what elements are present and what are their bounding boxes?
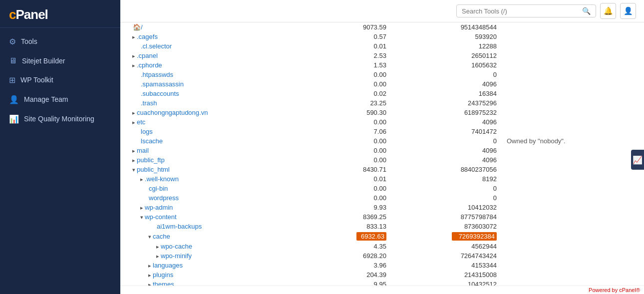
file-bytes-cell: 16384 [390,89,501,98]
file-name-cell: lscache [120,136,311,146]
file-link[interactable]: languages [153,262,183,269]
file-bytes-cell: 4562944 [390,242,501,251]
file-link[interactable]: wp-admin [145,204,173,211]
sidebar-item-wp-toolkit[interactable]: ⊞ WP Toolkit [0,70,120,90]
toggle-closed[interactable] [156,253,159,260]
file-bytes-cell: 0 [390,184,501,193]
file-link[interactable]: cuachongngaptudong.vn [137,109,208,116]
file-size-cell: 6928.20 [311,251,390,261]
table-row: languages3.964153344 [120,261,644,270]
search-box[interactable]: 🔍 [456,4,596,17]
notifications-button[interactable]: 🔔 [600,3,616,19]
file-note-cell [501,70,644,79]
file-link[interactable]: .well-known [145,175,179,183]
highlight-size: 6932.63 [356,232,386,241]
file-link[interactable]: wpo-minify [161,252,192,260]
file-note-cell [501,98,644,108]
file-bytes-cell: 4096 [390,117,501,127]
file-bytes-cell: 2650112 [390,51,501,60]
sidebar-item-sitejet-label: Sitejet Builder [22,57,65,65]
file-note-cell [501,184,644,193]
file-link[interactable]: .subaccounts [141,90,179,97]
file-bytes-cell: 8192 [390,174,501,184]
file-link[interactable]: public_html [137,166,170,173]
user-button[interactable]: 👤 [620,3,636,19]
table-row: wp-admin9.9310412032 [120,203,644,212]
toggle-closed[interactable] [140,176,143,183]
file-link[interactable]: etc [137,118,145,126]
file-link[interactable]: plugins [153,271,173,279]
sidebar-item-sitejet[interactable]: 🖥 Sitejet Builder [0,51,120,70]
file-link[interactable]: .cagefs [137,33,158,40]
file-note-cell [501,89,644,98]
toggle-closed[interactable] [132,157,135,164]
file-bytes-cell: 8775798784 [390,212,501,222]
file-name-cell: etc [120,117,311,127]
toggle-open[interactable] [132,167,135,173]
file-name-cell: public_html [120,165,311,174]
sidebar-item-site-quality[interactable]: 📊 Site Quality Monitoring [0,109,120,129]
file-link[interactable]: public_ftp [137,156,165,164]
file-bytes-cell: 1605632 [390,60,501,70]
file-bytes-cell: 4096 [390,155,501,165]
file-link[interactable]: cache [153,233,170,240]
file-size-cell: 833.13 [311,222,390,231]
file-link[interactable]: 🏠/ [133,23,143,31]
file-name-cell: .cagefs [120,32,311,41]
topbar: 🔍 🔔 👤 [120,0,644,22]
toggle-closed[interactable] [156,244,159,250]
file-link[interactable]: mail [137,147,149,154]
wp-toolkit-icon: ⊞ [9,75,15,85]
sidebar-item-tools[interactable]: ⚙ Tools [0,32,120,51]
file-name-cell: plugins [120,270,311,280]
file-link[interactable]: wp-content [145,213,177,221]
toggle-closed[interactable] [132,119,135,126]
toggle-closed[interactable] [132,53,135,59]
file-link[interactable]: .trash [141,99,157,107]
table-row: .cagefs0.57593920 [120,32,644,41]
toggle-closed[interactable] [132,62,135,69]
file-bytes-cell: 618975232 [390,108,501,117]
file-name-cell: cuachongngaptudong.vn [120,108,311,117]
toggle-closed[interactable] [148,263,151,269]
file-size-cell: 0.00 [311,155,390,165]
file-link[interactable]: cgi-bin [149,185,168,192]
toggle-closed[interactable] [132,34,135,40]
right-edge-button[interactable]: 📈 [631,150,644,170]
file-bytes-cell: 4096 [390,146,501,155]
file-link[interactable]: ai1wm-backups [157,223,202,230]
toggle-closed[interactable] [132,148,135,154]
file-name-cell: wp-admin [120,203,311,212]
file-link[interactable]: wordpress [149,194,179,202]
search-input[interactable] [462,7,579,15]
toggle-closed[interactable] [132,110,135,116]
file-link[interactable]: lscache [141,137,163,145]
file-link[interactable]: .cl.selector [141,42,172,50]
file-note-cell [501,261,644,270]
file-link[interactable]: logs [141,128,153,135]
table-row: lscache0.000Owned by "nobody". [120,136,644,146]
file-size-cell: 8369.25 [311,212,390,222]
toggle-open[interactable] [148,234,151,240]
sitejet-icon: 🖥 [9,56,17,65]
file-link[interactable]: .cpanel [137,52,158,59]
file-size-cell: 0.00 [311,70,390,79]
table-row: public_html8430.718840237056 [120,165,644,174]
toggle-open[interactable] [140,214,143,221]
file-link[interactable]: .spamassassin [141,80,184,88]
file-link[interactable]: .htpasswds [141,71,173,78]
file-size-cell: 0.01 [311,41,390,51]
toggle-closed[interactable] [148,282,151,286]
file-link[interactable]: .cphorde [137,61,162,69]
file-bytes-cell: 214315008 [390,270,501,280]
file-size-cell: 0.00 [311,184,390,193]
toggle-closed[interactable] [148,272,151,279]
table-row: .trash23.2524375296 [120,98,644,108]
file-note-cell [501,127,644,136]
file-name-cell: wpo-cache [120,242,311,251]
file-link[interactable]: wpo-cache [161,243,192,250]
sidebar-item-manage-team[interactable]: 👤 Manage Team [0,90,120,109]
file-link[interactable]: themes [153,281,174,286]
file-size-cell: 23.25 [311,98,390,108]
toggle-closed[interactable] [140,205,143,211]
